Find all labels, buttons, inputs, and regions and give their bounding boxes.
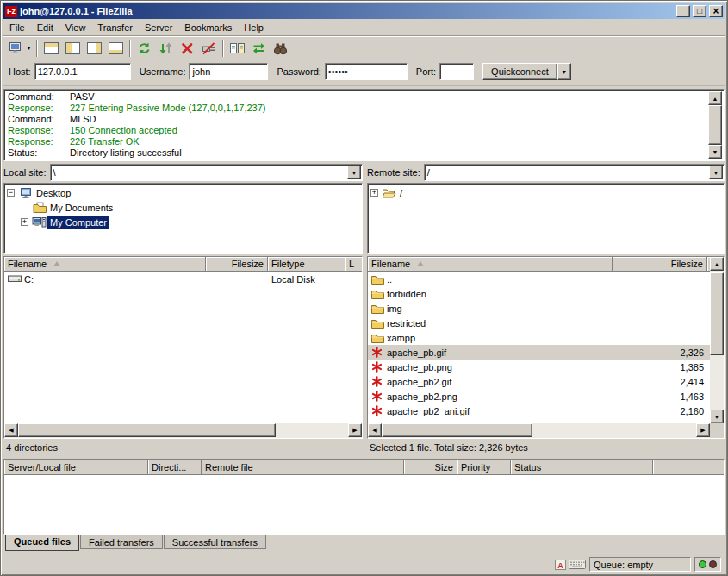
port-input[interactable] bbox=[439, 63, 474, 80]
log-line-text: 227 Entering Passive Mode (127,0,0,1,17,… bbox=[70, 103, 265, 114]
column-header-size[interactable]: Size bbox=[404, 460, 457, 475]
file-name: C: bbox=[24, 274, 34, 285]
close-button[interactable]: × bbox=[709, 5, 723, 17]
menu-help[interactable]: Help bbox=[238, 20, 270, 35]
file-row[interactable]: apache_pb.png1,385 bbox=[368, 360, 710, 374]
menu-server[interactable]: Server bbox=[139, 20, 178, 35]
port-label: Port: bbox=[416, 66, 436, 77]
synchronized-browsing-button[interactable] bbox=[248, 38, 270, 59]
log-line-label: Command: bbox=[8, 114, 70, 125]
tree-expander[interactable]: − bbox=[7, 189, 15, 197]
site-manager-dropdown-button[interactable]: ▾ bbox=[24, 38, 34, 59]
maximize-button[interactable]: □ bbox=[693, 5, 706, 17]
column-header-filesize[interactable]: Filesize bbox=[613, 257, 707, 272]
tab-queued-files[interactable]: Queued files bbox=[5, 535, 79, 551]
scrollbar-corner bbox=[710, 423, 724, 438]
menu-edit[interactable]: Edit bbox=[31, 20, 59, 35]
scroll-left-button[interactable]: ◀ bbox=[4, 423, 18, 437]
menu-file[interactable]: File bbox=[3, 20, 31, 35]
minimize-button[interactable]: _ bbox=[676, 5, 690, 17]
tree-item-desktop[interactable]: −Desktop bbox=[4, 185, 362, 200]
scroll-down-button[interactable]: ▼ bbox=[710, 410, 724, 423]
toggle-message-log-button[interactable] bbox=[40, 38, 62, 59]
log-line-label: Response: bbox=[8, 136, 70, 147]
scroll-right-button[interactable]: ▶ bbox=[348, 423, 362, 437]
column-header-label: Directi... bbox=[152, 462, 186, 473]
toggle-local-tree-button[interactable] bbox=[62, 38, 84, 59]
password-input[interactable] bbox=[325, 63, 408, 80]
scrollbar-thumb[interactable] bbox=[382, 423, 532, 437]
menu-bookmarks[interactable]: Bookmarks bbox=[178, 20, 238, 35]
file-row[interactable]: apache_pb2.gif2,414 bbox=[368, 374, 710, 389]
column-header-remote-file[interactable]: Remote file bbox=[202, 460, 404, 475]
scrollbar-track[interactable] bbox=[18, 423, 348, 437]
tree-item-my-computer[interactable]: +My Computer bbox=[4, 215, 362, 229]
file-row[interactable]: apache_pb2_ani.gif2,160 bbox=[368, 404, 710, 418]
scroll-up-button[interactable]: ▲ bbox=[708, 91, 722, 105]
tree-item-my-documents[interactable]: My Documents bbox=[4, 200, 362, 215]
column-header-l[interactable]: L bbox=[345, 257, 362, 272]
column-header-status[interactable]: Status bbox=[511, 460, 653, 475]
remote-site-dropdown-button[interactable]: ▼ bbox=[709, 166, 723, 179]
keyboard-icon[interactable] bbox=[569, 560, 586, 569]
file-name-cell: apache_pb2.gif bbox=[368, 374, 613, 389]
scrollbar-thumb[interactable] bbox=[710, 272, 724, 355]
column-header-server-local-file[interactable]: Server/Local file bbox=[4, 460, 148, 475]
toggle-queue-button[interactable] bbox=[105, 38, 127, 59]
log-line-label: Response: bbox=[8, 125, 70, 136]
titlebar[interactable]: Fz john@127.0.0.1 - FileZilla _ □ × bbox=[3, 3, 725, 19]
scroll-up-button[interactable]: ▲ bbox=[710, 257, 724, 271]
remote-site-combobox[interactable]: / ▼ bbox=[424, 164, 725, 181]
scrollbar-thumb[interactable] bbox=[708, 105, 722, 145]
tab-successful-transfers[interactable]: Successful transfers bbox=[164, 535, 266, 549]
process-queue-button[interactable] bbox=[155, 38, 177, 59]
file-row[interactable]: apache_pb.gif2,326 bbox=[368, 345, 710, 360]
column-header-filetype[interactable]: Filetype bbox=[268, 257, 345, 272]
username-input[interactable] bbox=[189, 63, 268, 80]
scroll-left-button[interactable]: ◀ bbox=[368, 423, 382, 437]
column-header-filesize[interactable]: Filesize bbox=[206, 257, 268, 272]
scrollbar-track[interactable] bbox=[710, 271, 724, 410]
scrollbar-track[interactable] bbox=[382, 423, 696, 437]
file-row[interactable]: forbidden bbox=[368, 286, 710, 301]
cancel-button[interactable] bbox=[177, 38, 198, 59]
toggle-remote-tree-button[interactable] bbox=[84, 38, 105, 59]
scrollbar-track[interactable] bbox=[708, 105, 722, 145]
filezilla-window: Fz john@127.0.0.1 - FileZilla _ □ × File… bbox=[0, 0, 728, 576]
file-row[interactable]: restricted bbox=[368, 316, 710, 330]
column-header-directi[interactable]: Directi... bbox=[148, 460, 202, 475]
column-header-filename[interactable]: Filename bbox=[368, 257, 613, 272]
directory-comparison-button[interactable] bbox=[227, 38, 248, 59]
find-files-button[interactable] bbox=[270, 38, 291, 59]
tree-item-[interactable]: +/ bbox=[368, 185, 724, 200]
scroll-down-button[interactable]: ▼ bbox=[708, 145, 722, 159]
quickconnect-button[interactable]: Quickconnect bbox=[482, 63, 557, 80]
tree-expander[interactable]: + bbox=[21, 218, 28, 226]
column-header-priority[interactable]: Priority bbox=[457, 460, 511, 475]
refresh-button[interactable] bbox=[134, 38, 155, 59]
chevron-down-icon: ▼ bbox=[713, 170, 719, 176]
local-site-dropdown-button[interactable]: ▼ bbox=[347, 166, 361, 179]
log-scrollbar[interactable]: ▲ ▼ bbox=[708, 91, 722, 159]
file-row[interactable]: C:Local Disk bbox=[4, 272, 362, 286]
tree-expander[interactable]: + bbox=[370, 189, 378, 197]
scrollbar-thumb[interactable] bbox=[18, 423, 276, 437]
host-input[interactable] bbox=[34, 63, 131, 80]
file-row[interactable]: .. bbox=[368, 272, 710, 286]
file-row[interactable]: apache_pb2.png1,463 bbox=[368, 389, 710, 404]
disconnect-button[interactable] bbox=[198, 38, 220, 59]
remote-vscrollbar[interactable]: ▲ ▼ bbox=[710, 257, 724, 423]
quickconnect-dropdown-button[interactable]: ▼ bbox=[557, 63, 571, 80]
tab-failed-transfers[interactable]: Failed transfers bbox=[80, 535, 163, 549]
file-row[interactable]: xampp bbox=[368, 330, 710, 345]
remote-hscrollbar[interactable]: ◀ ▶ bbox=[368, 423, 724, 438]
menu-transfer[interactable]: Transfer bbox=[91, 20, 139, 35]
file-row[interactable]: img bbox=[368, 301, 710, 316]
menu-view[interactable]: View bbox=[59, 20, 92, 35]
ascii-indicator-icon[interactable]: A bbox=[555, 560, 566, 570]
local-site-combobox[interactable]: \ ▼ bbox=[50, 164, 363, 181]
scroll-right-icon: ▶ bbox=[700, 427, 705, 434]
local-hscrollbar[interactable]: ◀ ▶ bbox=[4, 423, 362, 438]
column-header-filename[interactable]: Filename bbox=[4, 257, 206, 272]
scroll-right-button[interactable]: ▶ bbox=[696, 423, 710, 437]
